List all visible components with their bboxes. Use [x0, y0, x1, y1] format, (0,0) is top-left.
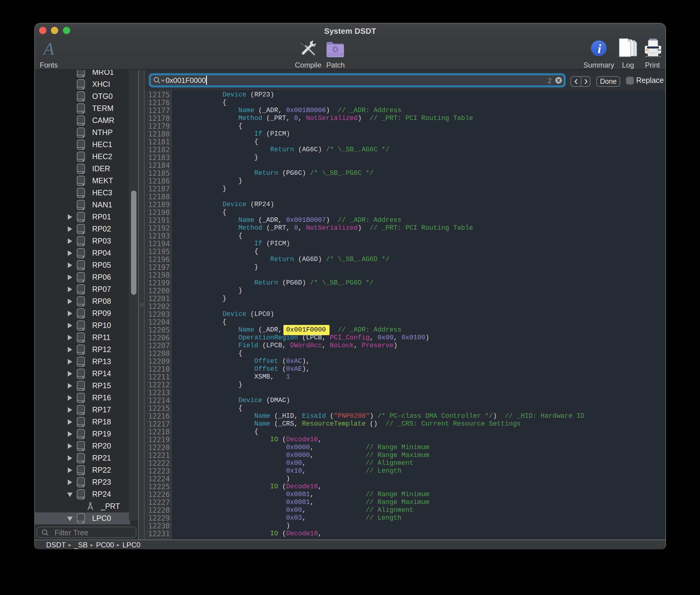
svg-text:i: i — [598, 42, 601, 56]
